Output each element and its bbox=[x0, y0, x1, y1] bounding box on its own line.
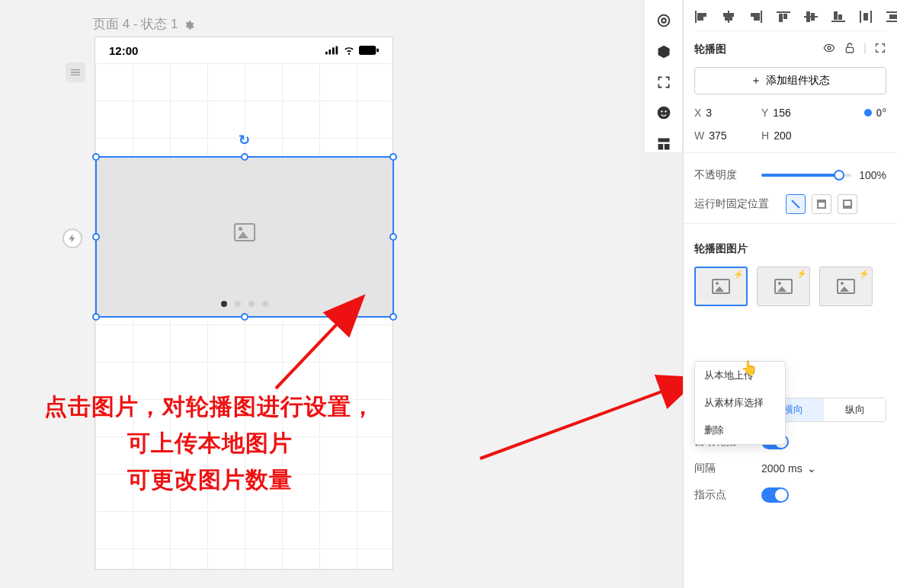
svg-rect-1 bbox=[329, 50, 332, 54]
plus-icon: ＋ bbox=[751, 74, 761, 88]
indicator-toggle[interactable] bbox=[761, 487, 789, 503]
bolt-icon: ⚡ bbox=[859, 269, 870, 279]
svg-point-8 bbox=[658, 15, 669, 27]
svg-rect-17 bbox=[698, 14, 706, 16]
signal-icon bbox=[325, 46, 339, 55]
rotate-icon[interactable]: ↻ bbox=[239, 132, 250, 149]
svg-rect-13 bbox=[658, 138, 669, 142]
align-row bbox=[694, 0, 886, 31]
svg-rect-27 bbox=[784, 14, 786, 18]
interval-row: 间隔 2000 ms ⌄ bbox=[694, 455, 886, 481]
canvas-area[interactable]: 页面 4 - 状态 1 12:00 ↻ bbox=[0, 0, 640, 588]
fixed-position-row: 运行时固定位置 bbox=[694, 188, 886, 220]
distribute-v-icon[interactable] bbox=[886, 11, 897, 23]
align-right-icon[interactable] bbox=[749, 11, 763, 23]
svg-rect-20 bbox=[724, 14, 733, 16]
svg-rect-29 bbox=[807, 12, 809, 21]
component-header: 轮播图 | bbox=[694, 31, 886, 67]
svg-rect-21 bbox=[726, 18, 732, 20]
menu-upload-local[interactable]: 从本地上传 bbox=[695, 362, 785, 389]
svg-line-42 bbox=[792, 200, 799, 208]
svg-rect-24 bbox=[754, 18, 759, 20]
svg-rect-0 bbox=[325, 52, 328, 55]
carousel-component[interactable]: ↻ bbox=[95, 156, 394, 318]
w-value[interactable]: 375 bbox=[709, 129, 726, 142]
page-title-text: 页面 4 - 状态 1 bbox=[93, 15, 178, 33]
fixed-top[interactable] bbox=[812, 194, 831, 214]
eye-icon[interactable] bbox=[822, 42, 836, 56]
svg-rect-2 bbox=[332, 47, 335, 54]
menu-delete[interactable]: 删除 bbox=[695, 417, 785, 444]
indicator-row: 指示点 bbox=[694, 481, 886, 509]
fixed-bottom[interactable] bbox=[838, 194, 857, 214]
bolt-icon: ⚡ bbox=[796, 269, 807, 279]
svg-rect-39 bbox=[890, 15, 896, 18]
interval-select[interactable]: 2000 ms ⌄ bbox=[761, 462, 816, 475]
expand-icon[interactable] bbox=[874, 42, 886, 56]
cube-icon[interactable] bbox=[655, 43, 673, 59]
svg-point-10 bbox=[657, 107, 670, 120]
list-icon[interactable] bbox=[66, 62, 85, 82]
svg-point-9 bbox=[662, 18, 666, 23]
add-state-button[interactable]: ＋ 添加组件状态 bbox=[694, 67, 886, 94]
align-hcenter-icon[interactable] bbox=[722, 11, 735, 23]
bolt-icon: ⚡ bbox=[733, 270, 744, 280]
target-icon[interactable] bbox=[655, 12, 673, 29]
resize-handle[interactable] bbox=[92, 233, 100, 241]
properties-panel: 轮播图 | ＋ 添加组件状态 X3 Y156 0° W375 H200 不透明度… bbox=[683, 0, 897, 588]
align-bottom-icon[interactable] bbox=[831, 11, 845, 23]
fixed-none[interactable] bbox=[786, 194, 806, 214]
svg-rect-32 bbox=[835, 12, 837, 19]
annotation-text: 点击图片，对轮播图进行设置， 可上传本地图片 可更改图片数量 bbox=[30, 388, 389, 498]
image-thumb-2[interactable]: ⚡ bbox=[757, 267, 810, 306]
svg-rect-3 bbox=[336, 46, 338, 55]
smiley-icon[interactable] bbox=[655, 104, 673, 121]
image-context-menu: 从本地上传 从素材库选择 删除 bbox=[694, 361, 786, 445]
y-value[interactable]: 156 bbox=[773, 107, 790, 119]
h-value[interactable]: 200 bbox=[774, 129, 791, 142]
resize-handle[interactable] bbox=[92, 153, 100, 161]
distribute-h-icon[interactable] bbox=[859, 11, 873, 23]
svg-rect-18 bbox=[698, 18, 703, 20]
svg-rect-5 bbox=[376, 48, 379, 52]
menu-from-library[interactable]: 从素材库选择 bbox=[695, 389, 785, 417]
image-thumb-1[interactable]: ⚡ bbox=[694, 267, 748, 306]
layout-icon[interactable] bbox=[655, 136, 673, 152]
align-vcenter-icon[interactable] bbox=[804, 11, 818, 23]
coords-block: X3 Y156 0° W375 H200 bbox=[694, 94, 886, 149]
wifi-icon bbox=[342, 45, 356, 56]
page-title: 页面 4 - 状态 1 bbox=[93, 15, 194, 33]
status-bar: 12:00 bbox=[95, 37, 392, 63]
x-value[interactable]: 3 bbox=[706, 107, 712, 119]
svg-rect-36 bbox=[864, 14, 867, 20]
battery-icon bbox=[359, 46, 379, 56]
opacity-value[interactable]: 100% bbox=[859, 169, 886, 181]
align-left-icon[interactable] bbox=[694, 11, 708, 23]
image-thumbs: ⚡ ⚡ ⚡ bbox=[694, 262, 886, 308]
svg-rect-14 bbox=[658, 144, 663, 150]
svg-rect-15 bbox=[664, 144, 669, 150]
component-name: 轮播图 bbox=[694, 43, 726, 56]
fullscreen-icon[interactable] bbox=[655, 74, 673, 91]
resize-handle[interactable] bbox=[389, 233, 397, 241]
scroll-vertical[interactable]: 纵向 bbox=[824, 398, 886, 421]
lightning-icon[interactable] bbox=[62, 228, 82, 248]
image-thumb-3[interactable]: ⚡ bbox=[819, 267, 873, 306]
resize-handle[interactable] bbox=[389, 153, 397, 161]
resize-handle[interactable] bbox=[389, 313, 397, 321]
opacity-row: 不透明度 100% bbox=[694, 162, 886, 188]
opacity-slider[interactable] bbox=[761, 174, 851, 177]
resize-handle[interactable] bbox=[241, 153, 248, 161]
images-section-title: 轮播图图片 bbox=[694, 233, 886, 262]
chevron-down-icon: ⌄ bbox=[807, 462, 816, 475]
tool-strip bbox=[645, 0, 683, 152]
align-top-icon[interactable] bbox=[777, 11, 790, 23]
svg-point-12 bbox=[665, 111, 666, 113]
lock-icon[interactable] bbox=[844, 42, 856, 56]
resize-handle[interactable] bbox=[241, 313, 248, 321]
image-placeholder-icon bbox=[234, 223, 255, 241]
rotation-value[interactable]: 0° bbox=[864, 107, 886, 119]
svg-rect-33 bbox=[839, 15, 841, 19]
gear-icon[interactable] bbox=[184, 19, 194, 30]
resize-handle[interactable] bbox=[92, 313, 100, 321]
